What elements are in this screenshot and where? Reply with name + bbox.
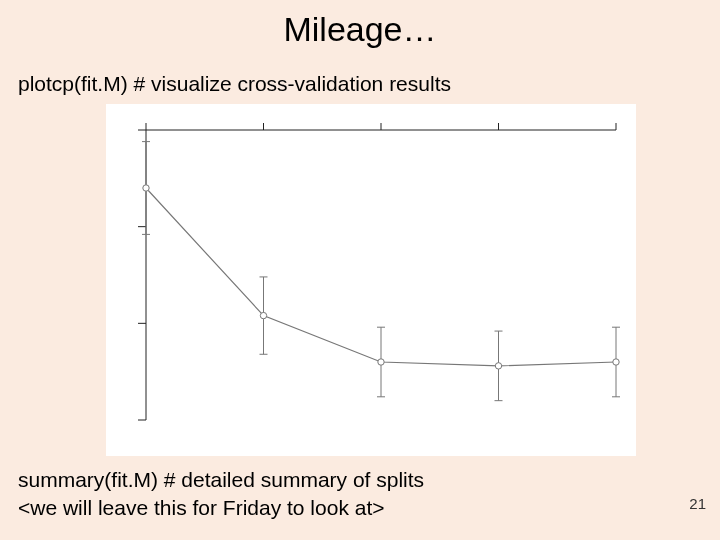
page-number: 21	[689, 495, 706, 512]
svg-point-26	[495, 363, 501, 369]
note-friday: <we will leave this for Friday to look a…	[18, 496, 385, 520]
page-title: Mileage…	[0, 10, 720, 49]
code-plotcp: plotcp(fit.M) # visualize cross-validati…	[18, 72, 451, 96]
code-summary: summary(fit.M) # detailed summary of spl…	[18, 468, 424, 492]
svg-point-22	[378, 359, 384, 365]
slide: Mileage… plotcp(fit.M) # visualize cross…	[0, 0, 720, 540]
svg-point-18	[260, 312, 266, 318]
cv-error-chart	[106, 104, 636, 456]
svg-point-14	[143, 185, 149, 191]
svg-point-30	[613, 359, 619, 365]
